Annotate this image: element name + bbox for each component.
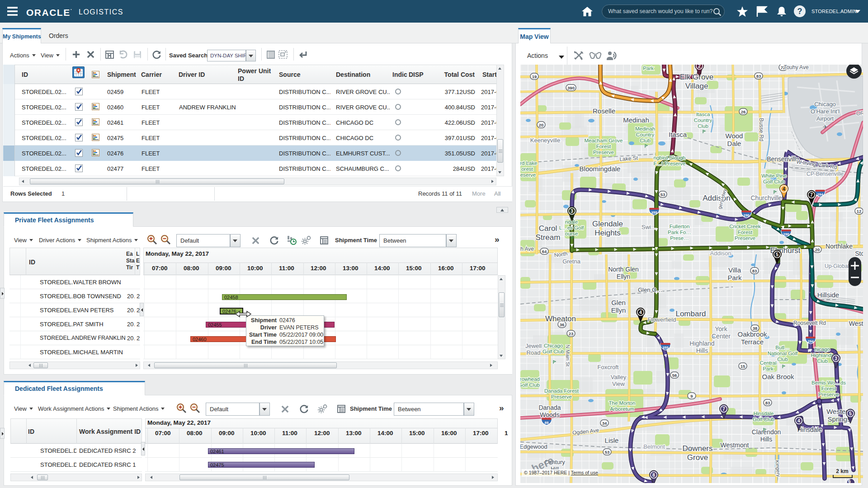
svg-text:390: 390 [567,85,575,90]
svg-text:Forest: Forest [596,144,611,149]
svg-text:Carol: Carol [539,224,557,233]
svg-text:Golf Club: Golf Club [520,382,540,388]
svg-text:Grove: Grove [687,453,708,462]
svg-text:2: 2 [698,65,701,69]
svg-text:Belmont: Belmont [643,443,665,450]
svg-text:Club: Club [777,357,788,362]
svg-text:Gretna: Gretna [562,258,581,265]
svg-text:7: 7 [722,406,725,412]
svg-text:Central: Central [760,360,776,366]
svg-text:Roselle: Roselle [593,107,615,115]
svg-text:Forest: Forest [821,386,836,391]
svg-text:Edgewood: Edgewood [520,443,547,450]
svg-text:6: 6 [848,479,851,483]
svg-text:23: 23 [569,331,574,336]
svg-text:Dale: Dale [727,140,741,147]
svg-text:ngbird Slough: ngbird Slough [654,155,686,160]
svg-text:294: 294 [807,339,814,343]
svg-text:Danada Forest: Danada Forest [544,388,579,394]
svg-text:Meacham Grove: Meacham Grove [584,138,623,143]
svg-text:Hinsdale: Hinsdale [754,411,774,416]
svg-text:4: 4 [783,186,785,192]
svg-text:34: 34 [602,421,607,426]
svg-text:Medinah: Medinah [635,126,655,131]
svg-text:294: 294 [817,192,823,197]
svg-text:Center: Center [712,333,731,340]
svg-text:Park: Park [643,66,654,71]
svg-text:Club: Club [817,358,828,364]
svg-text:Golf Club: Golf Club [753,417,774,422]
svg-text:Bensenville: Bensenville [767,155,799,163]
svg-text:h Ave: h Ave [520,246,534,252]
svg-text:Clarendon: Clarendon [752,428,781,436]
svg-text:CP-Bensenville: CP-Bensenville [807,171,844,177]
svg-text:4: 4 [797,418,800,423]
svg-text:Arboretum: Arboretum [610,406,634,412]
svg-text:64: 64 [542,249,547,254]
svg-text:2 km: 2 km [836,468,848,474]
svg-text:Park: Park [763,366,774,371]
svg-text:Hillside: Hillside [817,291,839,299]
svg-text:8: 8 [652,472,655,478]
svg-text:12: 12 [857,209,862,214]
svg-text:Swi…: Swi… [642,224,657,230]
svg-text:View: View [612,380,625,387]
svg-text:4: 4 [639,310,642,315]
svg-text:7: 7 [810,192,813,197]
svg-text:Chicago: Chicago [544,343,563,348]
svg-text:Bloomingdale: Bloomingdale [580,165,621,173]
svg-text:Golf Club: Golf Club [763,179,785,184]
svg-text:O'Hare Int'l: O'Hare Int'l [811,108,840,115]
svg-text:Oakbrook: Oakbrook [737,330,767,338]
svg-text:Lake St: Lake St [619,155,638,163]
svg-text:20: 20 [539,122,544,127]
svg-text:Touhy Ave: Touhy Ave [783,65,808,70]
svg-text:53: 53 [660,192,665,197]
svg-text:Country: Country [636,132,655,137]
svg-text:Roosevelt Rd: Roosevelt Rd [793,320,826,326]
svg-text:26: 26 [741,109,746,114]
svg-text:Addison: Addison [703,194,730,202]
svg-text:Keeneyville: Keeneyville [530,137,561,144]
svg-text:Glen: Glen [611,299,626,306]
svg-text:Road: Road [526,349,540,356]
svg-text:355: 355 [662,346,669,350]
svg-text:Itasca: Itasca [696,112,710,117]
svg-text:Terrace: Terrace [741,338,764,346]
svg-text:hicago: hicago [815,347,830,352]
svg-text:Wood: Wood [726,132,743,140]
svg-text:Lisle: Lisle [605,436,619,444]
svg-text:Highlands: Highlands [811,352,834,358]
svg-text:Hills: Hills [696,347,708,354]
svg-text:290: 290 [743,213,750,217]
svg-text:ard Lake: ard Lake [520,160,537,166]
svg-text:3: 3 [835,356,837,361]
svg-text:3: 3 [571,208,573,214]
svg-text:Park Fo…: Park Fo… [668,230,691,235]
svg-text:ORL: ORL [856,110,863,117]
svg-text:Oak Brook: Oak Brook [762,373,794,380]
svg-text:Prese…: Prese… [670,235,689,241]
svg-text:White Pine: White Pine [761,173,787,178]
svg-text:Fullerton: Fullerton [670,224,690,229]
svg-text:83: 83 [752,268,757,273]
svg-text:5: 5 [776,252,778,257]
svg-text:15: 15 [741,364,745,369]
svg-text:Valley: Valley [611,374,627,380]
svg-text:38: 38 [753,326,758,331]
svg-text:Park: Park [728,274,742,282]
svg-text:Villa: Villa [728,266,741,274]
svg-text:Lombard: Lombard [675,310,706,318]
svg-text:290: 290 [783,232,789,236]
svg-text:Stream: Stream [536,233,561,242]
svg-text:Flowerfield: Flowerfield [648,316,676,323]
svg-text:F…t Preserve: F…t Preserve [654,161,686,166]
svg-text:Country: Country [694,117,712,123]
svg-text:Club: Club [640,138,651,143]
svg-text:N Main St: N Main St [565,345,571,366]
svg-text:Woods: Woods [540,411,559,418]
svg-text:Highland: Highland [689,340,714,347]
svg-text:ourse: ourse [565,231,578,236]
svg-text:© 1987–2017 HERE | Terms of us: © 1987–2017 HERE | Terms of use [524,470,598,475]
svg-text:5: 5 [849,411,852,416]
